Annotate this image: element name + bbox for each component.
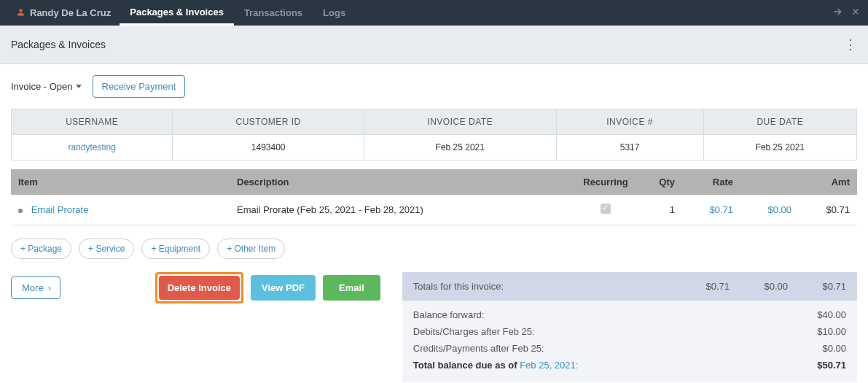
line-item-qty: 1: [638, 195, 682, 225]
items-header-item: Item: [11, 169, 230, 195]
user-section[interactable]: Randy De La Cruz: [7, 0, 120, 26]
totals-row-value: $10.00: [788, 326, 846, 337]
top-nav-right: [832, 6, 861, 20]
totals-header-col3: $0.71: [788, 281, 846, 292]
content: USERNAME CUSTOMER ID INVOICE DATE INVOIC…: [0, 109, 868, 225]
totals-final-prefix: Total balance due as of: [413, 360, 520, 371]
items-header-recurring: Recurring: [573, 169, 638, 195]
tab-logs[interactable]: Logs: [313, 0, 356, 26]
info-header-customer-id: CUSTOMER ID: [173, 109, 364, 135]
delete-invoice-button[interactable]: Delete Invoice: [159, 276, 240, 300]
info-header-due-date: DUE DATE: [703, 109, 856, 135]
totals-body: Balance forward: $40.00 Debits/Charges a…: [402, 301, 857, 382]
due-date-value: Feb 25 2021: [703, 135, 856, 160]
add-equipment-button[interactable]: + Equipment: [141, 239, 210, 259]
info-header-invoice-date: INVOICE DATE: [364, 109, 556, 135]
delete-invoice-highlight: Delete Invoice: [155, 272, 243, 303]
user-icon: [16, 7, 26, 19]
invoice-status-label: Invoice - Open: [11, 81, 73, 92]
items-header-qty: Qty: [638, 169, 682, 195]
username-link[interactable]: randytesting: [69, 142, 116, 152]
line-item-amt: $0.71: [799, 195, 857, 225]
add-package-button[interactable]: + Package: [11, 239, 71, 259]
totals-row: Credits/Payments after Feb 25: $0.00: [413, 340, 846, 357]
recurring-checkbox-icon: [601, 204, 611, 214]
more-options-icon[interactable]: ⋮: [844, 36, 857, 53]
left-actions: More › Delete Invoice View PDF Email: [11, 272, 380, 303]
totals-final-date-link[interactable]: Feb 25, 2021:: [520, 360, 578, 371]
sub-header: Packages & Invoices ⋮: [0, 26, 868, 64]
line-item-cell: Email Prorate: [11, 195, 230, 225]
email-button[interactable]: Email: [323, 275, 380, 301]
add-other-item-button[interactable]: + Other Item: [217, 239, 285, 259]
totals-final-row: Total balance due as of Feb 25, 2021: $5…: [413, 357, 846, 374]
items-header-blank: [740, 169, 799, 195]
add-item-row: + Package + Service + Equipment + Other …: [0, 225, 868, 272]
tab-transactions[interactable]: Transactions: [234, 0, 313, 26]
totals-row: Balance forward: $40.00: [413, 306, 846, 323]
receive-payment-button[interactable]: Receive Payment: [93, 75, 186, 98]
chevron-down-icon: [76, 85, 82, 88]
invoice-status-dropdown[interactable]: Invoice - Open: [11, 81, 82, 92]
more-button[interactable]: More ›: [11, 276, 60, 299]
line-item-link[interactable]: Email Prorate: [31, 204, 89, 215]
totals-panel: Totals for this invoice: $0.71 $0.00 $0.…: [402, 272, 857, 382]
line-item-description: Email Prorate (Feb 25, 2021 - Feb 28, 20…: [230, 195, 573, 225]
line-item-rate[interactable]: $0.71: [709, 204, 733, 215]
totals-header-col2: $0.00: [730, 281, 788, 292]
close-icon[interactable]: [851, 7, 861, 20]
totals-final-label: Total balance due as of Feb 25, 2021:: [413, 360, 788, 371]
info-row: randytesting 1493400 Feb 25 2021 5317 Fe…: [12, 135, 857, 160]
invoice-date-value: Feb 25 2021: [364, 135, 556, 160]
chevron-right-icon: ›: [48, 283, 51, 293]
arrow-right-icon[interactable]: [832, 6, 843, 20]
totals-header-label: Totals for this invoice:: [413, 281, 671, 292]
invoice-info-table: USERNAME CUSTOMER ID INVOICE DATE INVOIC…: [11, 109, 857, 160]
totals-row-label: Debits/Charges after Feb 25:: [413, 326, 788, 337]
totals-header-col1: $0.71: [671, 281, 730, 292]
action-row: More › Delete Invoice View PDF Email Tot…: [0, 272, 868, 382]
totals-header: Totals for this invoice: $0.71 $0.00 $0.…: [402, 272, 857, 301]
items-header-rate: Rate: [682, 169, 740, 195]
line-items-table: Item Description Recurring Qty Rate Amt …: [11, 169, 857, 225]
sub-header-title: Packages & Invoices: [11, 39, 106, 50]
view-pdf-button[interactable]: View PDF: [251, 275, 316, 301]
totals-row-label: Balance forward:: [413, 309, 788, 320]
totals-row-value: $40.00: [788, 309, 846, 320]
info-header-username: USERNAME: [12, 109, 173, 135]
bullet-icon: [18, 209, 23, 213]
totals-final-value: $50.71: [788, 360, 846, 371]
line-item-extra[interactable]: $0.00: [767, 204, 791, 215]
totals-row: Debits/Charges after Feb 25: $10.00: [413, 323, 846, 340]
customer-id-value: 1493400: [173, 135, 364, 160]
more-button-label: More: [22, 282, 44, 293]
line-item-row: Email Prorate Email Prorate (Feb 25, 202…: [11, 195, 857, 225]
items-header-amt: Amt: [799, 169, 857, 195]
line-item-recurring: [573, 195, 638, 225]
toolbar: Invoice - Open Receive Payment: [0, 64, 868, 109]
tab-packages-invoices[interactable]: Packages & Invoices: [120, 0, 234, 26]
user-name-label: Randy De La Cruz: [30, 7, 111, 18]
svg-point-0: [19, 9, 22, 12]
totals-row-label: Credits/Payments after Feb 25:: [413, 343, 788, 354]
top-nav: Randy De La Cruz Packages & Invoices Tra…: [0, 0, 868, 26]
add-service-button[interactable]: + Service: [79, 239, 134, 259]
totals-row-value: $0.00: [788, 343, 846, 354]
info-header-invoice-number: INVOICE #: [556, 109, 703, 135]
top-nav-left: Randy De La Cruz Packages & Invoices Tra…: [7, 0, 356, 26]
invoice-number-value: 5317: [556, 135, 703, 160]
items-header-description: Description: [230, 169, 573, 195]
